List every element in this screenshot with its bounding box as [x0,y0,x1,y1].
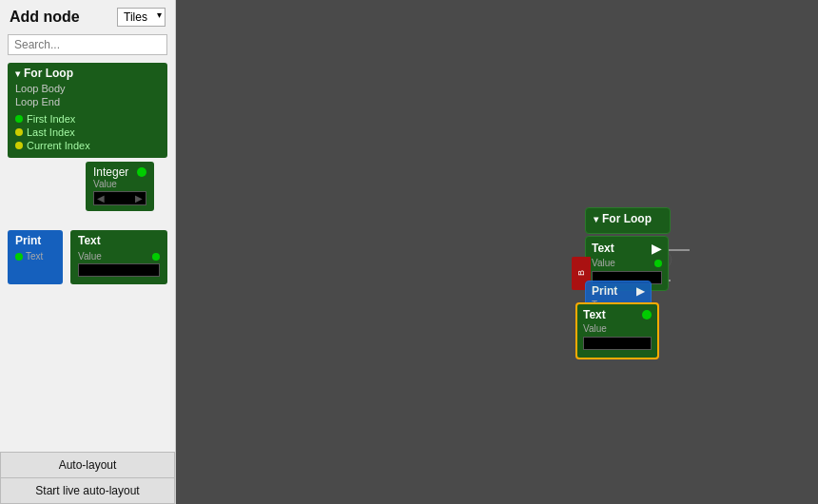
output-ports: First Index Last Index Current Index [15,112,160,152]
integer-right-dot [137,167,146,177]
canvas-print-title: Print [592,284,617,298]
canvas-text-bottom-node[interactable]: Text Value [575,302,659,359]
sidebar-integer-node[interactable]: Integer Value ◀ ▶ [86,162,154,211]
value-label: Value [93,179,146,189]
last-index-dot [15,128,23,136]
text-bottom-value[interactable] [583,337,652,350]
search-input[interactable] [8,34,167,55]
print-port-dot [15,253,23,261]
loop-end-port: Loop End [15,95,160,108]
sidebar-for-loop-node[interactable]: For Loop Loop Body Loop End First Index … [8,63,167,158]
text-top-port-dot [654,260,662,267]
first-index-port: First Index [15,112,160,126]
red-node-label: B [576,270,586,276]
canvas-for-loop-node[interactable]: For Loop [585,207,671,234]
print-text-port: Text [15,251,55,262]
text-bottom-header: Text [583,308,652,321]
text-bottom-title: Text [583,308,606,321]
text-title: Text [78,234,160,247]
auto-layout-button[interactable]: Auto-layout [0,453,175,478]
add-node-title: Add node [10,9,80,26]
integer-value-field[interactable]: ◀ ▶ [93,191,146,205]
print-title: Print [15,234,55,247]
text-top-title: Text [592,242,614,255]
sidebar-bottom-nodes: Print Text Text Value [8,230,167,284]
text-port-dot [152,253,160,261]
loop-body-port: Loop Body [15,82,160,95]
start-live-auto-layout-button[interactable]: Start live auto-layout [0,478,175,504]
text-bottom-port-row: Value [583,323,652,334]
for-loop-title: For Loop [15,67,160,80]
sidebar: Add node Tiles List For Loop Loop Body L… [0,0,176,504]
canvas[interactable]: For Loop Text ▶ Value B Print ▶ T... Tex… [176,0,818,504]
canvas-for-loop-title: For Loop [594,212,662,225]
sidebar-text-node[interactable]: Text Value [70,230,167,284]
current-index-dot [15,142,23,149]
sidebar-footer: Auto-layout Start live auto-layout [0,452,175,504]
tiles-dropdown[interactable]: Tiles List [117,8,166,27]
text-value-port: Value [78,251,160,262]
text-top-port-row: Value [592,258,662,268]
sidebar-for-loop-group: For Loop Loop Body Loop End First Index … [8,63,167,219]
print-arrow: ▶ [636,284,645,298]
sidebar-header: Add node Tiles List [0,0,175,30]
sidebar-print-node[interactable]: Print Text [8,230,63,284]
text-value-input[interactable] [78,263,160,277]
last-index-port: Last Index [15,126,160,139]
text-top-arrow: ▶ [652,241,662,256]
tiles-dropdown-wrapper[interactable]: Tiles List [117,8,166,27]
text-bottom-port-dot [642,310,652,320]
current-index-port: Current Index [15,139,160,152]
print-canvas-header: Print ▶ [592,284,645,298]
node-list: For Loop Loop Body Loop End First Index … [0,59,175,452]
integer-title: Integer [93,165,146,179]
connections-svg [176,0,818,504]
first-index-dot [15,115,23,123]
text-top-header: Text ▶ [592,241,662,256]
